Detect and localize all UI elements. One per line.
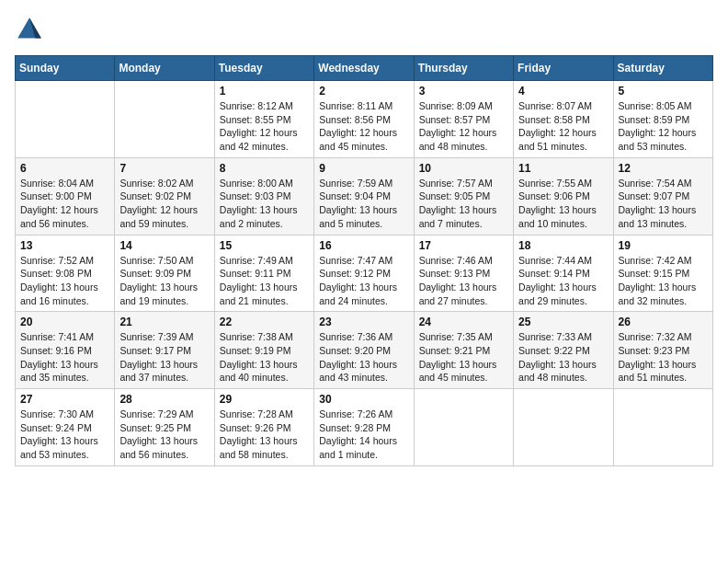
day-number: 27 <box>20 393 109 406</box>
calendar-cell <box>514 389 613 466</box>
day-number: 3 <box>419 85 508 98</box>
day-info: Sunrise: 7:46 AM Sunset: 9:13 PM Dayligh… <box>419 254 508 308</box>
calendar-cell: 10Sunrise: 7:57 AM Sunset: 9:05 PM Dayli… <box>414 157 513 235</box>
calendar-cell: 29Sunrise: 7:28 AM Sunset: 9:26 PM Dayli… <box>214 389 313 466</box>
calendar-cell: 25Sunrise: 7:33 AM Sunset: 9:22 PM Dayli… <box>514 312 613 389</box>
day-number: 24 <box>419 316 508 328</box>
calendar-cell: 2Sunrise: 8:11 AM Sunset: 8:56 PM Daylig… <box>314 81 414 158</box>
day-number: 1 <box>220 85 309 98</box>
calendar-week-row: 27Sunrise: 7:30 AM Sunset: 9:24 PM Dayli… <box>16 389 713 466</box>
day-number: 21 <box>119 316 209 328</box>
calendar-cell: 22Sunrise: 7:38 AM Sunset: 9:19 PM Dayli… <box>214 312 313 389</box>
logo-icon <box>15 15 44 44</box>
calendar-cell: 17Sunrise: 7:46 AM Sunset: 9:13 PM Dayli… <box>414 235 513 312</box>
day-number: 18 <box>518 239 608 252</box>
day-number: 15 <box>220 239 309 252</box>
day-info: Sunrise: 7:38 AM Sunset: 9:19 PM Dayligh… <box>220 330 309 385</box>
calendar-cell: 9Sunrise: 7:59 AM Sunset: 9:04 PM Daylig… <box>314 157 414 235</box>
calendar-cell: 26Sunrise: 7:32 AM Sunset: 9:23 PM Dayli… <box>613 312 712 389</box>
day-info: Sunrise: 8:05 AM Sunset: 8:59 PM Dayligh… <box>619 99 708 154</box>
calendar-table: SundayMondayTuesdayWednesdayThursdayFrid… <box>15 55 713 466</box>
day-info: Sunrise: 7:50 AM Sunset: 9:09 PM Dayligh… <box>119 254 209 308</box>
day-info: Sunrise: 8:12 AM Sunset: 8:55 PM Dayligh… <box>220 99 309 154</box>
day-info: Sunrise: 7:39 AM Sunset: 9:17 PM Dayligh… <box>119 330 209 385</box>
day-number: 16 <box>319 239 408 252</box>
day-number: 7 <box>119 162 209 175</box>
calendar-cell: 27Sunrise: 7:30 AM Sunset: 9:24 PM Dayli… <box>16 389 115 466</box>
day-info: Sunrise: 7:32 AM Sunset: 9:23 PM Dayligh… <box>619 330 708 385</box>
day-info: Sunrise: 8:11 AM Sunset: 8:56 PM Dayligh… <box>319 99 408 154</box>
day-info: Sunrise: 8:00 AM Sunset: 9:03 PM Dayligh… <box>220 177 309 231</box>
column-header-friday: Friday <box>514 56 613 81</box>
day-number: 23 <box>319 316 408 328</box>
calendar-cell: 23Sunrise: 7:36 AM Sunset: 9:20 PM Dayli… <box>314 312 414 389</box>
day-number: 29 <box>220 393 309 406</box>
day-info: Sunrise: 7:52 AM Sunset: 9:08 PM Dayligh… <box>20 254 109 308</box>
day-info: Sunrise: 7:57 AM Sunset: 9:05 PM Dayligh… <box>419 177 508 231</box>
day-info: Sunrise: 8:09 AM Sunset: 8:57 PM Dayligh… <box>419 99 508 154</box>
calendar-cell: 3Sunrise: 8:09 AM Sunset: 8:57 PM Daylig… <box>414 81 513 158</box>
page-header <box>15 15 713 44</box>
day-info: Sunrise: 7:59 AM Sunset: 9:04 PM Dayligh… <box>319 177 408 231</box>
calendar-cell: 15Sunrise: 7:49 AM Sunset: 9:11 PM Dayli… <box>214 235 313 312</box>
day-number: 11 <box>518 162 608 175</box>
day-info: Sunrise: 7:49 AM Sunset: 9:11 PM Dayligh… <box>220 254 309 308</box>
calendar-cell: 24Sunrise: 7:35 AM Sunset: 9:21 PM Dayli… <box>414 312 513 389</box>
day-number: 5 <box>619 85 708 98</box>
calendar-cell: 30Sunrise: 7:26 AM Sunset: 9:28 PM Dayli… <box>314 389 414 466</box>
day-info: Sunrise: 7:29 AM Sunset: 9:25 PM Dayligh… <box>119 408 209 462</box>
day-number: 30 <box>319 393 408 406</box>
day-info: Sunrise: 8:02 AM Sunset: 9:02 PM Dayligh… <box>119 177 209 231</box>
calendar-cell <box>115 81 214 158</box>
day-info: Sunrise: 7:44 AM Sunset: 9:14 PM Dayligh… <box>518 254 608 308</box>
column-header-monday: Monday <box>115 56 214 81</box>
day-info: Sunrise: 8:07 AM Sunset: 8:58 PM Dayligh… <box>518 99 608 154</box>
column-header-sunday: Sunday <box>16 56 115 81</box>
calendar-cell: 16Sunrise: 7:47 AM Sunset: 9:12 PM Dayli… <box>314 235 414 312</box>
calendar-cell <box>414 389 513 466</box>
calendar-cell: 13Sunrise: 7:52 AM Sunset: 9:08 PM Dayli… <box>16 235 115 312</box>
calendar-week-row: 20Sunrise: 7:41 AM Sunset: 9:16 PM Dayli… <box>16 312 713 389</box>
calendar-cell <box>16 81 115 158</box>
day-info: Sunrise: 8:04 AM Sunset: 9:00 PM Dayligh… <box>20 177 109 231</box>
day-number: 4 <box>518 85 608 98</box>
column-header-thursday: Thursday <box>414 56 513 81</box>
day-info: Sunrise: 7:30 AM Sunset: 9:24 PM Dayligh… <box>20 408 109 462</box>
day-number: 13 <box>20 239 109 252</box>
calendar-cell: 18Sunrise: 7:44 AM Sunset: 9:14 PM Dayli… <box>514 235 613 312</box>
logo <box>15 15 48 44</box>
day-info: Sunrise: 7:54 AM Sunset: 9:07 PM Dayligh… <box>619 177 708 231</box>
calendar-cell: 12Sunrise: 7:54 AM Sunset: 9:07 PM Dayli… <box>613 157 712 235</box>
day-info: Sunrise: 7:41 AM Sunset: 9:16 PM Dayligh… <box>20 330 109 385</box>
calendar-cell: 6Sunrise: 8:04 AM Sunset: 9:00 PM Daylig… <box>16 157 115 235</box>
calendar-cell: 1Sunrise: 8:12 AM Sunset: 8:55 PM Daylig… <box>214 81 313 158</box>
day-info: Sunrise: 7:47 AM Sunset: 9:12 PM Dayligh… <box>319 254 408 308</box>
calendar-week-row: 13Sunrise: 7:52 AM Sunset: 9:08 PM Dayli… <box>16 235 713 312</box>
calendar-cell: 7Sunrise: 8:02 AM Sunset: 9:02 PM Daylig… <box>115 157 214 235</box>
day-number: 8 <box>220 162 309 175</box>
calendar-cell: 8Sunrise: 8:00 AM Sunset: 9:03 PM Daylig… <box>214 157 313 235</box>
day-number: 20 <box>20 316 109 328</box>
calendar-week-row: 6Sunrise: 8:04 AM Sunset: 9:00 PM Daylig… <box>16 157 713 235</box>
calendar-cell: 5Sunrise: 8:05 AM Sunset: 8:59 PM Daylig… <box>613 81 712 158</box>
calendar-cell: 28Sunrise: 7:29 AM Sunset: 9:25 PM Dayli… <box>115 389 214 466</box>
day-info: Sunrise: 7:26 AM Sunset: 9:28 PM Dayligh… <box>319 408 408 462</box>
day-number: 2 <box>319 85 408 98</box>
day-number: 26 <box>619 316 708 328</box>
column-header-saturday: Saturday <box>613 56 712 81</box>
day-number: 19 <box>619 239 708 252</box>
calendar-cell: 21Sunrise: 7:39 AM Sunset: 9:17 PM Dayli… <box>115 312 214 389</box>
calendar-cell: 14Sunrise: 7:50 AM Sunset: 9:09 PM Dayli… <box>115 235 214 312</box>
day-number: 10 <box>419 162 508 175</box>
day-number: 22 <box>220 316 309 328</box>
column-header-tuesday: Tuesday <box>214 56 313 81</box>
day-info: Sunrise: 7:36 AM Sunset: 9:20 PM Dayligh… <box>319 330 408 385</box>
calendar-week-row: 1Sunrise: 8:12 AM Sunset: 8:55 PM Daylig… <box>16 81 713 158</box>
day-number: 25 <box>518 316 608 328</box>
day-info: Sunrise: 7:35 AM Sunset: 9:21 PM Dayligh… <box>419 330 508 385</box>
day-info: Sunrise: 7:42 AM Sunset: 9:15 PM Dayligh… <box>619 254 708 308</box>
calendar-cell <box>613 389 712 466</box>
column-header-wednesday: Wednesday <box>314 56 414 81</box>
day-number: 12 <box>619 162 708 175</box>
calendar-cell: 19Sunrise: 7:42 AM Sunset: 9:15 PM Dayli… <box>613 235 712 312</box>
